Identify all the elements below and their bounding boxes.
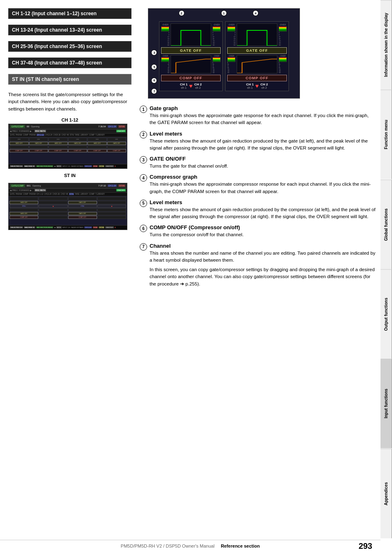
desc-item-4: 4 Compressor graph This mini-graph shows… <box>140 174 376 195</box>
ch1-panel: ·OVER 2 4 12 18 ·15 ·30 ·60 <box>159 21 223 91</box>
callout-2: 2 <box>179 10 184 16</box>
tab-input-functions[interactable]: Input functions <box>380 359 392 448</box>
footer-text: PM5D/PM5D-RH V2 / DSP5D Owner's Manual R… <box>121 543 260 548</box>
tab-appendices[interactable]: Appendices <box>380 449 392 538</box>
screen-label-ch1-12: CH 1-12 <box>8 117 131 122</box>
tab-info-display[interactable]: Information shown in the display <box>380 0 392 90</box>
section-ch1-12[interactable]: CH 1-12 (Input channel 1–12) screen <box>8 8 131 19</box>
comp-off-ch1: COMP OFF <box>161 75 221 81</box>
desc-text-7: This area shows the number and name of t… <box>150 250 376 264</box>
gate-comp-diagram: 1 2 4 3 5 6 7 ·OVER <box>148 8 300 99</box>
desc-num-4: 4 <box>140 174 147 182</box>
desc-num-6: 6 <box>140 225 147 232</box>
desc-num-7: 7 <box>140 243 147 251</box>
desc-num-5: 5 <box>140 200 147 207</box>
tab-output-functions[interactable]: Output functions <box>380 269 392 359</box>
desc-num-2: 2 <box>140 131 147 138</box>
desc-title-5: Level meters <box>150 199 376 205</box>
right-tab-bar: Information shown in the display Functio… <box>380 0 392 538</box>
callout-1: 1 <box>221 10 227 16</box>
reference-section-label: Reference section <box>221 543 260 548</box>
ch1-12-screen[interactable]: GATE/COMP 00 Opening 7:36:54 CH 1-24 ST … <box>8 124 127 169</box>
left-column: CH 1-12 (Input channel 1–12) screen CH 1… <box>8 8 136 292</box>
desc-text-6: Turns the compressor on/off for that cha… <box>150 231 376 238</box>
desc-text-5: These meters show the amount of gain red… <box>150 206 376 221</box>
desc-item-7: 7 Channel This area shows the number and… <box>140 243 376 288</box>
screen-label-st-in: ST IN <box>8 173 131 178</box>
intro-text: These screens list the gate/compressor s… <box>8 91 131 113</box>
desc-content-7: Channel This area shows the number and n… <box>150 243 376 288</box>
desc-content-5: Level meters These meters show the amoun… <box>150 199 376 221</box>
desc-text-4: This mini-graph shows the approximate co… <box>150 181 376 195</box>
desc-item-3: 3 GATE ON/OFF Turns the gate for that ch… <box>140 156 376 170</box>
desc-item-2: 2 Level meters These meters show the amo… <box>140 131 376 152</box>
callout-4: 4 <box>253 10 258 16</box>
desc-title-4: Compressor graph <box>150 174 376 180</box>
desc-num-3: 3 <box>140 156 147 164</box>
gate-off-ch1: GATE OFF <box>161 47 221 54</box>
desc-item-5: 5 Level meters These meters show the amo… <box>140 199 376 221</box>
desc-title-1: Gate graph <box>150 105 376 111</box>
desc-content-4: Compressor graph This mini-graph shows t… <box>150 174 376 195</box>
main-content: CH 1-12 (Input channel 1–12) screen CH 1… <box>0 0 380 300</box>
desc-item-1: 1 Gate graph This mini-graph shows the a… <box>140 105 376 127</box>
tab-function-menu[interactable]: Function menu <box>380 90 392 179</box>
desc-title-7: Channel <box>150 243 376 249</box>
desc-text-2: These meters show the amount of gain red… <box>150 138 376 152</box>
st-in-screen[interactable]: GATE/COMP 001 Opening 7:37:10 CH 1-24 ST… <box>8 183 127 230</box>
desc-content-3: GATE ON/OFF Turns the gate for that chan… <box>150 156 376 170</box>
section-ch25-36[interactable]: CH 25-36 (Input channel 25–36) screen <box>8 41 131 52</box>
desc-title-3: GATE ON/OFF <box>150 156 376 162</box>
comp-off-ch2: COMP OFF <box>227 75 287 81</box>
desc-content-2: Level meters These meters show the amoun… <box>150 131 376 152</box>
desc-content-6: COMP ON/OFF (Compressor on/off) Turns th… <box>150 224 376 238</box>
gate-off-ch2: GATE OFF <box>227 47 287 54</box>
section-ch13-24[interactable]: CH 13-24 (Input channel 13–24) screen <box>8 25 131 35</box>
page-number: 293 <box>359 541 372 551</box>
desc-title-6: COMP ON/OFF (Compressor on/off) <box>150 224 376 230</box>
desc-text-1: This mini-graph shows the approximate ga… <box>150 112 376 127</box>
right-column: 1 2 4 3 5 6 7 ·OVER <box>136 8 376 292</box>
section-st-in[interactable]: ST IN (ST IN channel) screen <box>8 74 131 85</box>
st-in-screen-thumb: ST IN GATE/COMP 001 Opening 7:37:10 CH 1… <box>8 173 131 230</box>
desc-text-7b: In this screen, you can copy gate/compre… <box>150 266 376 288</box>
desc-num-1: 1 <box>140 106 147 113</box>
ch2-panel: ·OVER 2412 18·15·30·60 <box>225 21 289 91</box>
desc-text-3: Turns the gate for that channel on/off. <box>150 163 376 170</box>
diagram-container: 1 2 4 3 5 6 7 ·OVER <box>148 8 300 99</box>
section-ch37-48[interactable]: CH 37-48 (Input channel 37–48) screen <box>8 58 131 68</box>
desc-title-2: Level meters <box>150 131 376 137</box>
descriptions-list: 1 Gate graph This mini-graph shows the a… <box>140 105 376 288</box>
footer: PM5D/PM5D-RH V2 / DSP5D Owner's Manual R… <box>0 540 380 548</box>
desc-content-1: Gate graph This mini-graph shows the app… <box>150 105 376 127</box>
desc-item-6: 6 COMP ON/OFF (Compressor on/off) Turns … <box>140 224 376 238</box>
tab-global-functions[interactable]: Global functions <box>380 180 392 269</box>
ch1-12-screen-thumb: CH 1-12 GATE/COMP 00 Opening 7:36:54 CH … <box>8 117 131 169</box>
